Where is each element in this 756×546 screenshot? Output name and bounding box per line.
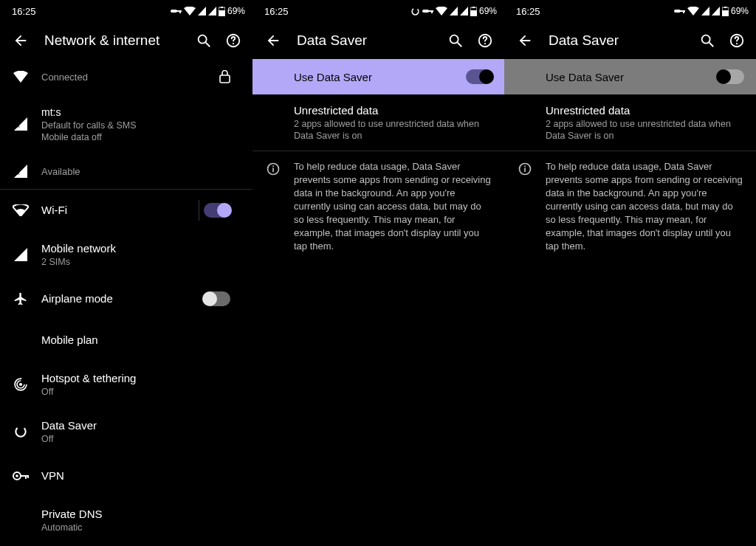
carrier-sub1: Default for calls & SMS: [41, 120, 241, 131]
screen-data-saver-inactive: 16:25 69% Data Saver Use Data Saver Unr: [504, 0, 756, 546]
carrier-sub2: Mobile data off: [41, 131, 241, 143]
svg-rect-27: [470, 10, 477, 16]
back-button[interactable]: [510, 26, 540, 55]
mobile-network-title: Mobile network: [41, 241, 241, 256]
data-saver-title: Data Saver: [41, 418, 241, 433]
info-text: To help reduce data usage, Data Saver pr…: [546, 160, 744, 253]
svg-point-6: [199, 35, 207, 44]
unrestricted-sub: 2 apps allowed to use unrestricted data …: [546, 118, 744, 142]
svg-rect-41: [724, 7, 726, 8]
svg-rect-2: [179, 10, 181, 13]
battery-icon: [722, 7, 729, 16]
hotspot-title: Hotspot & tethering: [41, 371, 241, 386]
wifi-toggle[interactable]: [204, 203, 230, 218]
info-icon: [518, 162, 532, 176]
private-dns-row[interactable]: Private DNS Automatic: [0, 497, 252, 544]
carrier-row[interactable]: × mt:s Default for calls & SMS Mobile da…: [0, 94, 252, 153]
help-button[interactable]: [219, 26, 248, 55]
page-title: Network & internet: [35, 32, 189, 49]
status-time: 16:25: [516, 6, 540, 17]
status-icons: 69%: [171, 6, 245, 16]
help-icon: [225, 32, 241, 49]
search-button[interactable]: [441, 26, 470, 55]
back-button[interactable]: [6, 26, 35, 55]
svg-point-13: [19, 383, 22, 386]
svg-rect-5: [221, 7, 223, 8]
back-button[interactable]: [258, 26, 288, 55]
wifi-full-icon: [13, 71, 28, 83]
svg-line-7: [206, 43, 210, 47]
airplane-row[interactable]: Airplane mode: [0, 278, 252, 319]
private-dns-sub: Automatic: [41, 522, 241, 533]
vpn-icon: [13, 471, 29, 480]
battery-icon: [470, 7, 477, 16]
status-time: 16:25: [264, 6, 289, 17]
wifi-connected-label: Connected: [41, 72, 219, 83]
screen-network-internet: 16:25 69% Network & internet: [0, 0, 252, 546]
data-saver-icon: [13, 424, 28, 439]
wifi-icon: [436, 7, 447, 15]
wifi-icon-2: [13, 204, 29, 216]
status-bar: 16:25 69%: [504, 0, 756, 22]
mobile-network-sub: 2 SIMs: [41, 256, 241, 268]
svg-text:×: ×: [16, 122, 20, 130]
app-bar: Data Saver: [504, 22, 756, 59]
status-icons: 69%: [410, 6, 497, 16]
unrestricted-row[interactable]: Unrestricted data 2 apps allowed to use …: [504, 94, 756, 151]
search-button[interactable]: [693, 26, 722, 55]
info-row: To help reduce data usage, Data Saver pr…: [504, 151, 756, 262]
hotspot-row[interactable]: Hotspot & tethering Off: [0, 361, 252, 408]
mobile-plan-label: Mobile plan: [41, 333, 241, 348]
svg-point-9: [233, 43, 234, 44]
svg-rect-28: [472, 7, 475, 8]
sim-available-row[interactable]: × Available: [0, 153, 252, 189]
signal-icon: [14, 248, 27, 261]
wifi-connected-row[interactable]: Connected: [0, 59, 252, 94]
private-dns-title: Private DNS: [41, 507, 241, 522]
status-bar: 16:25 69%: [0, 0, 252, 22]
page-title: Data Saver: [540, 32, 693, 49]
mobile-network-row[interactable]: Mobile network 2 SIMs: [0, 231, 252, 278]
svg-rect-40: [722, 10, 729, 16]
svg-point-42: [702, 35, 710, 44]
svg-rect-4: [219, 10, 225, 16]
lock-icon: [219, 70, 230, 83]
status-time: 16:25: [12, 6, 36, 17]
unrestricted-row[interactable]: Unrestricted data 2 apps allowed to use …: [252, 94, 504, 151]
use-data-saver-banner[interactable]: Use Data Saver: [504, 59, 756, 94]
signal-1-icon: [450, 7, 458, 15]
svg-rect-48: [524, 165, 526, 167]
svg-point-16: [14, 425, 28, 439]
data-saver-row[interactable]: Data Saver Off: [0, 408, 252, 455]
help-button[interactable]: [722, 26, 752, 55]
battery-percent: 69%: [227, 6, 245, 16]
info-icon: [266, 162, 281, 176]
signal-2-icon: [208, 7, 216, 15]
info-row: To help reduce data usage, Data Saver pr…: [252, 151, 504, 262]
mobile-plan-row[interactable]: Mobile plan: [0, 319, 252, 361]
screen-data-saver-active: 16:25 69% Data Saver Use Data Saver: [252, 0, 504, 546]
airplane-toggle[interactable]: [204, 291, 230, 306]
use-data-saver-banner[interactable]: Use Data Saver: [252, 59, 504, 94]
vpn-key-icon: [171, 7, 182, 15]
status-icons: 69%: [674, 6, 749, 16]
svg-rect-36: [674, 10, 681, 13]
help-button[interactable]: [470, 26, 500, 55]
wifi-row[interactable]: Wi-Fi: [0, 190, 252, 231]
vpn-row[interactable]: VPN: [0, 455, 252, 497]
sim-available-label: Available: [41, 166, 241, 177]
svg-rect-10: [220, 75, 230, 83]
search-button[interactable]: [189, 26, 219, 55]
page-title: Data Saver: [288, 32, 441, 49]
search-icon: [447, 32, 464, 49]
vertical-divider: [199, 200, 199, 221]
use-data-saver-toggle[interactable]: [718, 69, 744, 84]
svg-text:×: ×: [16, 170, 20, 177]
vpn-key-icon: [422, 7, 433, 15]
info-text: To help reduce data usage, Data Saver pr…: [294, 160, 492, 253]
signal-x-icon: ×: [14, 117, 27, 131]
unrestricted-title: Unrestricted data: [294, 103, 492, 118]
use-data-saver-toggle[interactable]: [466, 69, 492, 84]
signal-1-icon: [701, 7, 709, 15]
arrow-back-icon: [265, 32, 281, 49]
